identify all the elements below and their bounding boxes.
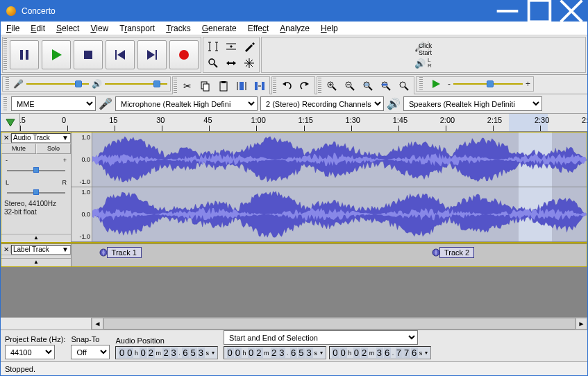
pan-slider[interactable] — [7, 189, 65, 197]
gain-slider[interactable] — [7, 166, 65, 175]
horizontal-scrollbar[interactable]: ◄ ► — [1, 317, 587, 330]
cut-icon[interactable]: ✂ — [178, 78, 196, 94]
menu-analyze[interactable]: Analyze — [274, 22, 315, 35]
track-menu-button[interactable]: Audio Track▼ — [11, 133, 71, 143]
selection-end-field[interactable]: 00h02m36.776s▾ — [329, 346, 432, 359]
skip-end-button[interactable] — [137, 40, 167, 69]
svg-rect-39 — [262, 82, 264, 90]
vertical-scale[interactable]: 1.00.0-1.0 — [72, 133, 92, 187]
snap-to-select[interactable]: Off — [71, 345, 110, 359]
label-marker[interactable]: Track 2 — [431, 247, 474, 258]
play-button[interactable] — [42, 40, 71, 69]
svg-rect-38 — [255, 82, 258, 90]
menu-view[interactable]: View — [85, 22, 114, 35]
monitoring-prompt[interactable]: Click to Start Monitoring — [417, 42, 433, 55]
selection-mode-select[interactable]: Start and End of Selection — [224, 330, 418, 345]
multi-tool-icon[interactable] — [240, 55, 258, 71]
scroll-left-button[interactable]: ◄ — [92, 318, 103, 330]
timeline-ruler[interactable]: -1501530451:001:151:301:452:002:152:302:… — [1, 114, 587, 132]
svg-rect-4 — [20, 50, 23, 60]
grip[interactable] — [6, 77, 9, 91]
menu-help[interactable]: Help — [315, 22, 344, 35]
track-menu-button[interactable]: Label Track▼ — [11, 245, 71, 255]
playback-device-select[interactable]: Speakers (Realtek High Definiti — [403, 96, 542, 111]
envelope-tool-icon[interactable] — [222, 38, 240, 55]
draw-tool-icon[interactable] — [240, 38, 258, 55]
recording-volume-slider[interactable] — [26, 79, 89, 89]
playback-meter[interactable]: 🔊 LR -57-54-51-48-45-42-39-36-33-30-27-2… — [414, 55, 433, 71]
svg-marker-26 — [233, 61, 236, 65]
transcription-toolbar: - + — [416, 76, 534, 92]
fit-project-icon[interactable] — [377, 78, 395, 94]
recording-channels-select[interactable]: 2 (Stereo) Recording Channels — [260, 96, 384, 111]
undo-toolbar — [271, 76, 315, 96]
minimize-button[interactable] — [492, 1, 523, 22]
timeshift-tool-icon[interactable] — [222, 55, 240, 71]
close-button[interactable] — [555, 1, 587, 22]
track-close-button[interactable]: ✕ — [1, 246, 11, 253]
audio-position-field[interactable]: 00h02m23.653s▾ — [115, 346, 218, 359]
silence-icon[interactable] — [251, 78, 269, 94]
label-marker[interactable]: Track 1 — [99, 247, 142, 258]
menu-edit[interactable]: Edit — [25, 22, 51, 35]
grip[interactable] — [419, 77, 423, 91]
svg-line-48 — [351, 87, 354, 90]
menu-transport[interactable]: Transport — [114, 22, 160, 35]
track-collapse-button[interactable]: ▲ — [1, 258, 71, 266]
menu-effect[interactable]: Effect — [242, 22, 274, 35]
svg-point-22 — [209, 59, 215, 65]
record-button[interactable] — [169, 40, 199, 69]
zoom-in-icon[interactable] — [323, 78, 341, 94]
scroll-right-button[interactable]: ► — [576, 318, 587, 330]
grip[interactable] — [174, 78, 177, 94]
selection-start-field[interactable]: 00h02m23.653s▾ — [224, 346, 326, 359]
play-at-speed-button[interactable] — [427, 76, 445, 92]
timeline-options-button[interactable] — [1, 114, 20, 131]
menu-file[interactable]: File — [1, 22, 25, 35]
audio-host-select[interactable]: MME — [11, 96, 96, 111]
menu-select[interactable]: Select — [51, 22, 85, 35]
grip[interactable] — [318, 78, 321, 94]
stop-button[interactable] — [74, 40, 103, 69]
track-close-button[interactable]: ✕ — [1, 134, 11, 142]
svg-marker-42 — [305, 82, 309, 86]
undo-icon[interactable] — [278, 78, 296, 94]
zoom-out-icon[interactable] — [341, 78, 359, 94]
mute-button[interactable]: Mute — [1, 144, 36, 154]
recording-device-select[interactable]: Microphone (Realtek High Defini — [115, 96, 258, 111]
speaker-icon: 🔊 — [387, 97, 401, 110]
grip[interactable] — [273, 78, 276, 94]
svg-rect-5 — [26, 50, 28, 60]
label-track-body[interactable]: Track 1Track 2 — [72, 244, 587, 266]
menu-tracks[interactable]: Tracks — [160, 22, 196, 35]
vertical-scale[interactable]: 1.00.0-1.0 — [72, 187, 92, 241]
svg-marker-41 — [283, 82, 286, 86]
track-collapse-button[interactable]: ▲ — [1, 234, 71, 242]
maximize-button[interactable] — [523, 1, 555, 22]
paste-icon[interactable] — [215, 78, 233, 94]
project-rate-select[interactable]: 44100 — [5, 345, 55, 359]
redo-icon[interactable] — [296, 78, 314, 94]
snap-to-label: Snap-To — [71, 335, 110, 343]
playback-volume-slider[interactable] — [105, 79, 167, 89]
trim-icon[interactable] — [233, 78, 251, 94]
fit-selection-icon[interactable] — [359, 78, 377, 94]
grip[interactable] — [3, 38, 7, 71]
menu-generate[interactable]: Generate — [196, 22, 242, 35]
solo-button[interactable]: Solo — [36, 144, 71, 154]
zoom-tool-icon[interactable] — [204, 55, 222, 71]
pause-button[interactable] — [10, 40, 39, 69]
zoom-toggle-icon[interactable] — [395, 78, 413, 94]
playback-speed-slider[interactable] — [453, 79, 523, 89]
waveform-right[interactable] — [92, 187, 587, 241]
recording-meter[interactable]: 🎤 LR -57-54-51-48-45-42-31 -18 -15 -12 -… — [414, 38, 433, 55]
grip[interactable] — [3, 97, 7, 111]
meter-lr: LR — [428, 58, 432, 69]
svg-rect-35 — [240, 82, 244, 90]
selection-tool-icon[interactable] — [204, 38, 222, 55]
copy-icon[interactable] — [196, 78, 215, 94]
svg-marker-6 — [52, 49, 62, 60]
skip-start-button[interactable] — [106, 40, 135, 69]
window-title: Concerto — [22, 6, 492, 16]
waveform-left[interactable] — [92, 133, 587, 187]
